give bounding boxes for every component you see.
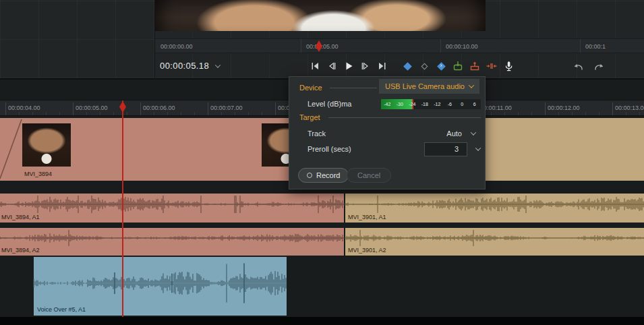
clip-label: MVI_3901, A2: [348, 247, 386, 254]
microphone-icon: [503, 61, 515, 72]
preroll-label: Preroll (secs): [308, 145, 351, 153]
clip-thumbnail: [22, 123, 71, 167]
section-divider: [330, 88, 377, 88]
timeline-ruler-label: 00:00:13.00: [615, 100, 644, 116]
record-button-label: Record: [316, 171, 340, 179]
section-divider: [328, 117, 481, 118]
clip-label: MVI_3894, A1: [1, 214, 40, 220]
marker-filled-icon: [403, 62, 412, 71]
target-section-label: Target: [299, 113, 320, 121]
goto-start-button[interactable]: [309, 60, 321, 72]
level-meter: -42 -30 -24 -18 -12 -6 0 6: [381, 99, 481, 109]
voiceover-clip[interactable]: Voice Over #5, A1: [34, 257, 287, 316]
goto-marker-button[interactable]: ›: [435, 60, 447, 72]
waveform: [345, 229, 644, 247]
device-dropdown[interactable]: USB Live Camera audio: [379, 79, 479, 94]
timeline-ruler-label: 00:00:12.00: [548, 100, 580, 116]
step-forward-icon: [360, 61, 371, 71]
transport-controls: ›: [309, 60, 515, 72]
voiceover-track: Voice Over #5, A1: [0, 256, 644, 317]
ruler-tick: [301, 39, 301, 53]
lift-icon: [469, 61, 480, 71]
chevron-down-icon: [215, 62, 221, 67]
record-dot-icon: [307, 173, 312, 178]
step-forward-button[interactable]: [359, 60, 372, 72]
monitor-area: 00:00:00.00 00:00:05.00 00:00:10.00 00:0…: [0, 0, 644, 80]
marker-outline-button[interactable]: [418, 60, 430, 72]
step-back-icon: [326, 61, 337, 71]
device-section-label: Device: [299, 84, 322, 92]
monitor-ruler-label: 00:00:10.00: [446, 39, 478, 53]
audio-track-a1: MVI_3894, A1 MVI_3901, A1: [0, 194, 644, 223]
add-marker-button[interactable]: [401, 60, 413, 72]
clip-label: MVI_3901, A1: [348, 214, 386, 220]
timecode-value: 00:00:05.18: [160, 61, 209, 71]
audio-track-a2: MVI_3894, A2 MVI_3901, A2: [0, 228, 644, 256]
track-dropdown[interactable]: Auto: [446, 129, 462, 138]
timeline-ruler-label: 00:00:04.00: [8, 100, 40, 116]
chevron-down-icon[interactable]: [475, 145, 481, 150]
step-back-button[interactable]: [326, 60, 338, 72]
transport-bar: 00:00:05.18: [155, 55, 644, 78]
voiceover-mic-button[interactable]: [502, 60, 515, 72]
record-button[interactable]: Record: [298, 168, 349, 183]
audio-clip-mvi3901-a1[interactable]: MVI_3901, A1: [345, 194, 644, 223]
preroll-input[interactable]: 3: [424, 142, 467, 156]
goto-start-icon: [310, 61, 320, 71]
ruler-tick: [580, 39, 581, 53]
timeline-ruler-label: 00:00:07.00: [210, 100, 243, 116]
goto-end-button[interactable]: [376, 60, 388, 72]
insert-icon: [452, 61, 463, 71]
video-editor-app: 00:00:00.00 00:00:05.00 00:00:10.00 00:0…: [0, 0, 644, 325]
audio-clip-mvi3894-a2[interactable]: MVI_3894, A2: [0, 228, 344, 256]
monitor-timeline-ruler[interactable]: 00:00:00.00 00:00:05.00 00:00:10.00 00:0…: [155, 38, 644, 53]
marker-outline-icon: [421, 63, 428, 69]
audio-clip-mvi3901-a2[interactable]: MVI_3901, A2: [345, 228, 644, 256]
cancel-button[interactable]: Cancel: [347, 168, 391, 183]
undo-button[interactable]: [572, 61, 584, 73]
waveform: [345, 195, 644, 214]
track-label: Track: [308, 129, 326, 138]
lift-button[interactable]: [469, 60, 481, 72]
waveform: [0, 195, 344, 214]
device-dropdown-value: USB Live Camera audio: [385, 82, 465, 90]
redo-icon: [593, 61, 605, 72]
timeline-ruler-label: 00:00:06.00: [143, 100, 175, 116]
transition-wedge: [0, 118, 23, 181]
bottom-bar: [0, 317, 644, 325]
cancel-button-label: Cancel: [357, 171, 380, 179]
close-gap-icon: [486, 61, 497, 71]
chevron-down-icon: [469, 82, 474, 88]
goto-end-icon: [377, 61, 388, 71]
play-icon: [343, 61, 354, 71]
redo-button[interactable]: [593, 61, 605, 73]
video-preview: [155, 0, 486, 31]
timecode-display[interactable]: 00:00:05.18: [160, 61, 220, 71]
waveform: [34, 262, 287, 304]
ruler-tick: [440, 39, 441, 53]
monitor-ruler-label: 00:00:00.00: [160, 39, 193, 53]
level-label: Level (dB)ma: [308, 100, 351, 108]
clip-label: MVI_3894, A2: [1, 247, 40, 254]
voiceover-panel: Device USB Live Camera audio Level (dB)m…: [289, 76, 486, 189]
clip-label: MVI_3894: [24, 171, 52, 177]
playhead-line[interactable]: [122, 100, 123, 317]
undo-icon: [573, 61, 584, 72]
play-button[interactable]: [343, 60, 355, 72]
insert-edit-button[interactable]: [452, 60, 464, 72]
history-controls: [572, 61, 605, 73]
close-gap-button[interactable]: [486, 60, 498, 72]
clip-label: Voice Over #5, A1: [37, 306, 86, 313]
waveform: [0, 229, 344, 247]
audio-clip-mvi3894-a1[interactable]: MVI_3894, A1: [0, 194, 344, 223]
chevron-down-icon[interactable]: [471, 129, 476, 135]
level-meter-scale: -42 -30 -24 -18 -12 -6 0 6: [381, 99, 481, 109]
timeline-ruler-label: 00:00:05.00: [76, 100, 108, 116]
monitor-ruler-label: 00:00:1: [585, 39, 606, 53]
